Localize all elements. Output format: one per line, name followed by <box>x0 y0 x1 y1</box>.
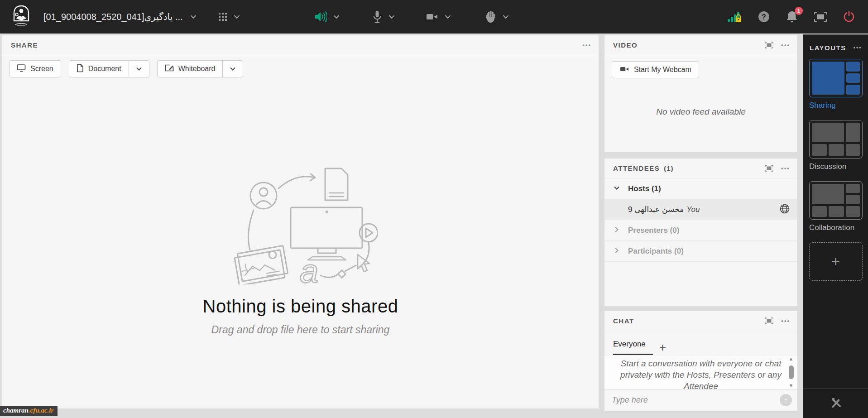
attendees-group-presenters[interactable]: Presenters (0) <box>604 220 797 241</box>
sharing-illustration: a <box>224 278 378 286</box>
share-pod: SHARE ••• Screen <box>2 35 599 408</box>
whiteboard-icon <box>165 64 174 74</box>
chat-pod: CHAT ••• Everyone + Start a conversation… <box>604 311 797 411</box>
start-webcam-button[interactable]: Start My Webcam <box>612 61 699 78</box>
watermark-site: chamran <box>3 407 29 414</box>
meeting-menu-chevron-icon[interactable] <box>189 13 197 21</box>
chat-pod-title: CHAT <box>613 317 634 325</box>
attendee-row-host[interactable]: محسن عبدالهی 9 You <box>604 199 797 220</box>
layout-label-collaboration[interactable]: Collaboration <box>809 223 868 232</box>
attendees-group-participants[interactable]: Participants (0) <box>604 241 797 262</box>
start-webcam-label: Start My Webcam <box>634 66 691 74</box>
layout-label-sharing[interactable]: Sharing <box>809 101 868 110</box>
speaker-chevron-icon[interactable] <box>332 13 340 21</box>
video-pod-menu-icon[interactable]: ••• <box>781 42 790 48</box>
layouts-menu-icon[interactable]: ••• <box>854 45 862 51</box>
share-whiteboard-button[interactable]: Whiteboard <box>157 60 223 77</box>
microphone-chevron-icon[interactable] <box>388 13 396 21</box>
fullscreen-icon[interactable] <box>814 11 827 22</box>
webcam-chevron-icon[interactable] <box>444 13 452 21</box>
svg-text:?: ? <box>762 13 766 21</box>
raise-hand-chevron-icon[interactable] <box>502 13 510 21</box>
attendees-maximize-icon[interactable] <box>764 164 774 172</box>
chat-tab-everyone[interactable]: Everyone <box>613 340 653 355</box>
notifications-bell-icon[interactable]: 1 <box>786 10 798 24</box>
share-whiteboard-split-button: Whiteboard <box>157 60 244 77</box>
layout-thumbnail-sharing[interactable] <box>809 59 863 97</box>
scroll-down-icon[interactable]: ▼ <box>789 383 794 388</box>
screen-icon <box>17 64 26 74</box>
video-pod-header: VIDEO ••• <box>604 35 797 55</box>
attendees-pod-header: ATTENDEES (1) ••• <box>604 159 797 178</box>
pods-menu-chevron-icon[interactable] <box>233 13 241 21</box>
share-screen-label: Screen <box>30 65 53 73</box>
share-empty-state: a Nothing is being shared Drag and drop … <box>129 161 473 336</box>
manage-layouts-tools-icon[interactable] <box>829 396 843 411</box>
webcam-icon[interactable] <box>426 12 438 21</box>
chat-input[interactable] <box>612 395 780 405</box>
share-document-button[interactable]: Document <box>69 60 129 77</box>
chat-pod-menu-icon[interactable]: ••• <box>781 317 790 324</box>
add-layout-button[interactable]: + <box>809 242 863 281</box>
layout-thumbnail-collaboration[interactable] <box>809 181 863 220</box>
connection-status-icon[interactable] <box>727 10 742 24</box>
share-pod-title: SHARE <box>11 41 38 49</box>
share-pod-menu-icon[interactable]: ••• <box>582 42 591 48</box>
video-pod: VIDEO ••• Start My Webcam No video feed … <box>604 35 797 152</box>
add-layout-plus-icon: + <box>831 253 840 270</box>
chat-messages-area: Start a conversation with everyone or ch… <box>604 355 797 389</box>
presenters-expand-chevron-icon <box>613 226 620 235</box>
share-document-label: Document <box>88 65 121 73</box>
chat-pod-header: CHAT ••• <box>604 311 797 331</box>
raise-hand-icon[interactable] <box>484 10 496 23</box>
attendees-pod-title: ATTENDEES <box>613 164 660 172</box>
share-pod-header: SHARE ••• <box>2 35 599 55</box>
meeting-title: [01_9004008_2520_041]يادگيري ... <box>43 11 183 22</box>
participants-expand-chevron-icon <box>613 247 620 256</box>
share-empty-title: Nothing is being shared <box>129 296 473 317</box>
scrollbar-thumb[interactable] <box>789 365 794 379</box>
video-maximize-icon[interactable] <box>764 41 774 49</box>
share-toolbar: Screen Document <box>9 60 599 77</box>
attendees-pod: ATTENDEES (1) ••• Hosts (1) محسن عبدالهی… <box>604 159 797 306</box>
layout-thumbnail-discussion[interactable] <box>809 120 863 159</box>
hosts-group-label: Hosts (1) <box>628 184 661 193</box>
top-bar: [01_9004008_2520_041]يادگيري ... <box>0 0 868 34</box>
chat-maximize-icon[interactable] <box>764 317 774 325</box>
layouts-footer <box>803 388 868 418</box>
share-document-split-button: Document <box>69 60 149 77</box>
attendees-count: (1) <box>664 164 673 172</box>
speaker-icon[interactable] <box>313 10 327 23</box>
help-icon[interactable]: ? <box>758 10 770 23</box>
site-watermark: chamran.cfu.ac.ir <box>0 406 58 416</box>
watermark-domain: .cfu.ac.ir <box>29 407 53 414</box>
scroll-up-icon[interactable]: ▲ <box>789 356 794 361</box>
layouts-title: LAYOUTS <box>810 44 846 52</box>
svg-text:a: a <box>300 252 318 284</box>
microphone-icon[interactable] <box>372 10 382 24</box>
share-whiteboard-dropdown[interactable] <box>223 60 243 77</box>
attendees-group-hosts[interactable]: Hosts (1) <box>604 178 797 199</box>
attendees-pod-menu-icon[interactable]: ••• <box>781 165 790 172</box>
video-pod-title: VIDEO <box>613 41 638 49</box>
layouts-header: LAYOUTS ••• <box>803 35 868 52</box>
layouts-sidebar: LAYOUTS ••• Sharing Discussion Collabora… <box>803 34 868 418</box>
chat-send-icon[interactable]: ↑ <box>780 394 792 406</box>
presenters-group-label: Presenters (0) <box>628 226 679 235</box>
layout-label-discussion[interactable]: Discussion <box>809 162 868 171</box>
end-meeting-power-icon[interactable] <box>843 10 855 23</box>
attendee-you-label: You <box>686 205 700 214</box>
participants-group-label: Participants (0) <box>628 247 684 256</box>
attendee-name: محسن عبدالهی 9 <box>628 205 684 214</box>
share-empty-subtitle: Drag and drop file here to start sharing <box>129 324 473 336</box>
chat-add-tab-icon[interactable]: + <box>659 341 666 353</box>
chat-empty-message: Start a conversation with everyone or ch… <box>617 358 785 389</box>
chat-input-row: ↑ <box>604 389 797 410</box>
pods-grid-icon[interactable] <box>217 11 228 22</box>
university-logo-icon <box>12 5 31 29</box>
document-icon <box>77 64 84 74</box>
chat-scrollbar: ▲ ▼ <box>787 356 795 388</box>
share-document-dropdown[interactable] <box>129 60 149 77</box>
chat-tabs: Everyone + <box>604 331 797 355</box>
share-screen-button[interactable]: Screen <box>9 60 61 77</box>
